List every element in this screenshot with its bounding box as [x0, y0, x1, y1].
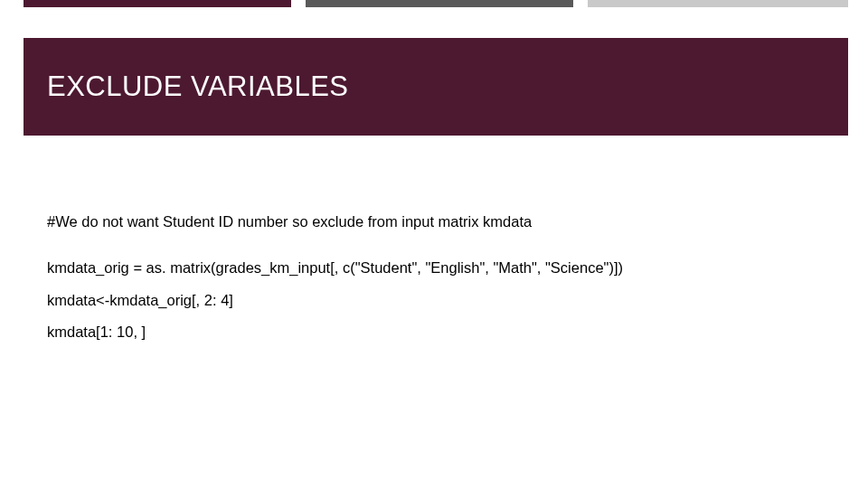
code-line: #We do not want Student ID number so exc… [47, 212, 832, 231]
accent-segment-2 [306, 0, 573, 7]
code-line: kmdata[1: 10, ] [47, 323, 832, 342]
top-accent-strip [24, 0, 848, 7]
slide-content: #We do not want Student ID number so exc… [47, 212, 832, 343]
accent-segment-1 [24, 0, 291, 7]
accent-segment-3 [588, 0, 848, 7]
code-line: kmdata_orig = as. matrix(grades_km_input… [47, 258, 832, 277]
code-line: kmdata<-kmdata_orig[, 2: 4] [47, 291, 832, 310]
slide: EXCLUDE VARIABLES #We do not want Studen… [0, 0, 868, 488]
title-bar: EXCLUDE VARIABLES [24, 38, 848, 136]
slide-title: EXCLUDE VARIABLES [47, 70, 349, 103]
